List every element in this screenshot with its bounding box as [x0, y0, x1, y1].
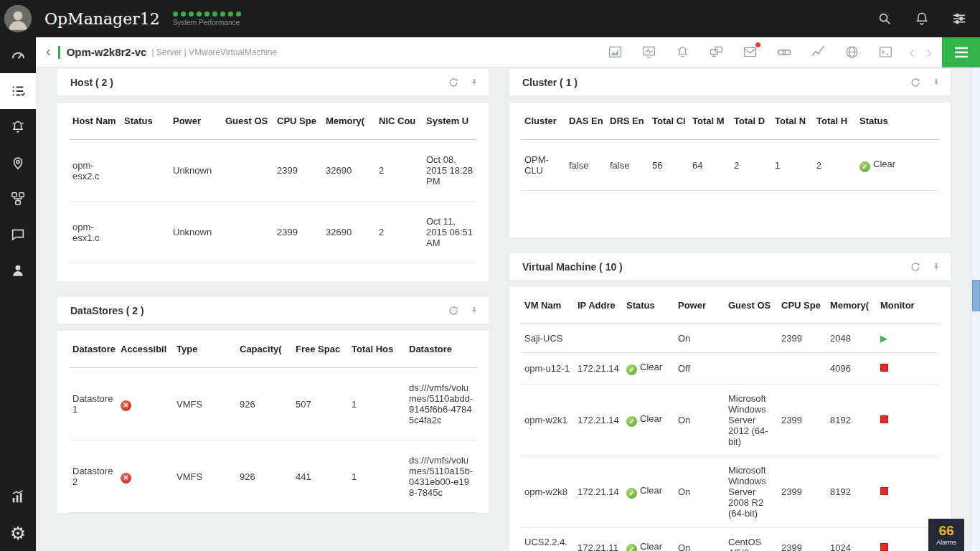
column-header[interactable]: Datastore [405, 331, 477, 368]
column-header[interactable]: DAS En [565, 103, 606, 140]
column-header[interactable]: CPU Spe [778, 287, 826, 324]
column-header[interactable]: Status [623, 287, 674, 324]
pin-icon[interactable] [932, 263, 941, 271]
sidebar-item-alarms[interactable] [0, 109, 36, 145]
link-icon[interactable] [776, 44, 792, 60]
device-snapshot-icon[interactable] [641, 44, 656, 60]
cluster-panel: Cluster ( 1 ) Cluster DAS En DR [509, 69, 951, 237]
column-header[interactable]: IP Addre [574, 287, 623, 324]
column-header[interactable]: VM Nam [521, 287, 574, 324]
inventory-list-icon [10, 83, 26, 99]
refresh-icon[interactable] [910, 262, 920, 272]
column-header[interactable]: System U [423, 103, 477, 140]
sidebar-item-maps[interactable] [0, 145, 36, 181]
network-screens-icon[interactable] [709, 44, 724, 60]
column-header[interactable]: Free Spac [292, 331, 348, 368]
cell-vm-name: opm-w2k1 [521, 385, 574, 456]
main-content: Host ( 2 ) Host Nam Status Powe [36, 67, 971, 551]
table-row[interactable]: Datastore2 VMFS 926 441 1 ds:///vmfs/vol… [69, 441, 477, 513]
terminal-icon[interactable] [878, 44, 893, 60]
column-header[interactable]: Memory( [826, 287, 877, 324]
pin-icon[interactable] [932, 78, 941, 87]
start-monitoring-icon[interactable] [880, 333, 887, 344]
column-header[interactable]: Type [173, 331, 236, 368]
vertical-scrollbar-track[interactable] [971, 67, 980, 551]
sidebar-item-network[interactable] [0, 181, 36, 217]
column-header[interactable]: Accessibil [117, 331, 173, 368]
prev-page-icon[interactable]: ‹ [909, 44, 915, 61]
vertical-scrollbar-thumb[interactable] [972, 280, 980, 311]
column-header[interactable]: Power [169, 103, 222, 140]
refresh-icon[interactable] [448, 77, 458, 88]
stop-monitoring-icon[interactable] [880, 364, 888, 372]
column-header[interactable]: Status [121, 103, 169, 140]
column-header[interactable]: Guest OS [222, 103, 273, 140]
stop-monitoring-icon[interactable] [880, 543, 888, 551]
mail-icon[interactable] [743, 44, 758, 60]
cell-guest-os [222, 202, 273, 263]
line-graph-icon[interactable] [811, 44, 826, 60]
column-header[interactable]: Total Hos [348, 331, 405, 368]
cell-total-datastores: 2 [730, 140, 771, 191]
table-row[interactable]: UCS2.2.4.c 172.21.11 Clear On CentOS 4/5… [521, 528, 939, 551]
user-avatar[interactable] [0, 0, 36, 37]
column-header[interactable]: Total N [771, 103, 813, 140]
column-header[interactable]: Host Nam [69, 103, 121, 140]
cell-accessibility [117, 368, 173, 441]
sidebar-item-inventory[interactable] [0, 73, 36, 109]
cell-guest-os: Microsoft Windows Server 2012 (64-bit) [725, 385, 778, 456]
cell-system-uptime: Oct 11, 2015 06:51 AM [423, 202, 477, 263]
cell-type: VMFS [173, 368, 236, 441]
stop-monitoring-icon[interactable] [880, 487, 888, 495]
clear-status-icon [626, 364, 637, 375]
column-header[interactable]: Status [856, 103, 939, 140]
column-header[interactable]: CPU Spe [273, 103, 322, 140]
table-row[interactable]: opm-w2k1 172.21.14 Clear On Microsoft Wi… [521, 385, 939, 456]
column-header[interactable]: Datastore [69, 331, 117, 368]
column-header[interactable]: DRS En [606, 103, 649, 140]
notifications-bell-icon[interactable] [914, 11, 930, 27]
stop-monitoring-icon[interactable] [880, 415, 888, 423]
table-row[interactable]: opm-w2k8 172.21.14 Clear On Microsoft Wi… [521, 456, 939, 528]
table-row[interactable]: Saji-UCS On 2399 2048 [521, 324, 939, 353]
collapse-chevron-icon[interactable]: ‹ [36, 43, 58, 61]
alarms-badge[interactable]: 66 Alarms [928, 519, 964, 551]
column-header[interactable]: Guest OS [725, 287, 778, 324]
sidebar-item-users[interactable] [0, 253, 36, 288]
sidebar-item-reports[interactable] [0, 479, 36, 515]
column-header[interactable]: Capacity( [236, 331, 292, 368]
sidebar-item-dashboard[interactable] [0, 37, 36, 73]
cell-total-hosts: 1 [348, 441, 405, 513]
column-header[interactable]: Total H [813, 103, 856, 140]
pin-icon[interactable] [470, 78, 479, 87]
column-header[interactable]: Total M [689, 103, 730, 140]
alarms-bell-icon[interactable] [675, 44, 690, 60]
table-row[interactable]: opm-esx2.c Unknown 2399 32690 2 Oct 08, … [69, 140, 477, 202]
settings-sliders-icon[interactable] [951, 11, 967, 27]
refresh-icon[interactable] [910, 77, 920, 88]
column-header[interactable]: Power [674, 287, 725, 324]
column-header[interactable]: NIC Cou [375, 103, 423, 140]
cell-ip [574, 324, 623, 353]
next-page-icon[interactable]: › [926, 44, 932, 61]
table-row[interactable]: OPM-CLU false false 56 64 2 1 2 Clear [521, 140, 939, 191]
performance-chart-icon[interactable] [608, 44, 623, 60]
table-row[interactable]: opm-u12-1 172.21.14 Clear Off 4096 [521, 353, 939, 385]
sidebar-item-settings[interactable]: ⚙ [0, 515, 36, 551]
column-header[interactable]: Cluster [521, 103, 565, 140]
table-row[interactable]: opm-esx1.c Unknown 2399 32690 2 Oct 11, … [69, 202, 477, 263]
green-menu-button[interactable] [942, 37, 980, 67]
column-header[interactable]: Total Cl [649, 103, 689, 140]
refresh-icon[interactable] [448, 306, 458, 316]
host-panel: Host ( 2 ) Host Nam Status Powe [57, 69, 489, 281]
cell-capacity: 926 [236, 441, 292, 513]
column-header[interactable]: Memory( [322, 103, 375, 140]
column-header[interactable]: Monitor [877, 287, 939, 324]
table-row[interactable]: Datastore1 VMFS 926 507 1 ds:///vmfs/vol… [69, 368, 477, 441]
sidebar-item-chat[interactable] [0, 217, 36, 253]
globe-icon[interactable] [844, 44, 859, 60]
column-header[interactable]: Total D [730, 103, 771, 140]
pin-icon[interactable] [470, 306, 479, 315]
cell-status [623, 324, 674, 353]
search-icon[interactable] [877, 11, 892, 27]
